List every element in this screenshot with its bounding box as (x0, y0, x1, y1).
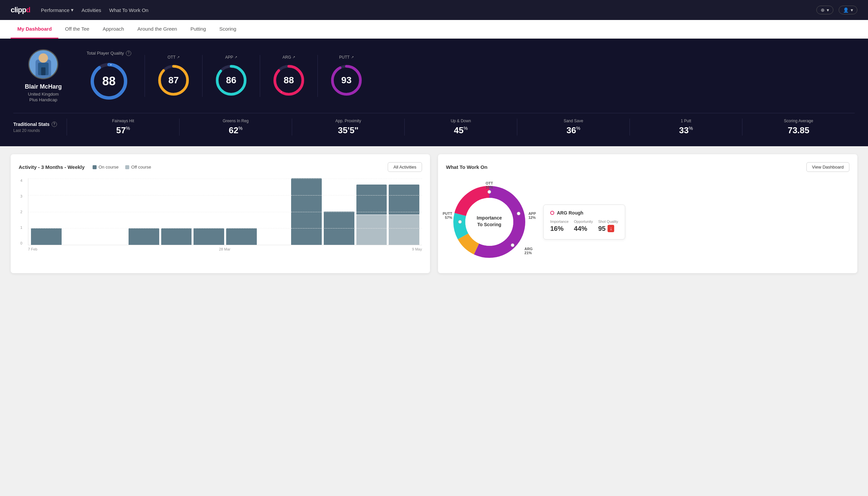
bar-group (129, 178, 159, 245)
legend-oncourse: On course (93, 165, 119, 170)
svg-point-27 (517, 212, 520, 215)
info-stats-row: Importance 16% Opportunity 44% Shot Qual… (550, 219, 618, 233)
player-handicap: Plus Handicap (29, 97, 57, 102)
app-arrow-icon: ↗ (235, 55, 237, 59)
tab-approach[interactable]: Approach (96, 20, 130, 38)
tab-off-the-tee[interactable]: Off the Tee (58, 20, 96, 38)
svg-point-28 (511, 244, 514, 247)
tab-my-dashboard[interactable]: My Dashboard (11, 20, 58, 38)
trad-help-icon[interactable]: ? (52, 122, 57, 127)
user-icon: 👤 (843, 7, 849, 13)
donut-area: Importance To Scoring OTT 10% APP 12% (446, 179, 849, 265)
chart-y-labels: 4 3 2 1 0 (20, 179, 22, 245)
bar-group (161, 178, 192, 245)
chart-x-labels: 7 Feb 28 Mar 9 May (28, 247, 422, 251)
ott-arrow-icon: ↗ (177, 55, 179, 59)
avatar (28, 49, 58, 79)
bar-group (193, 178, 224, 245)
hero-top: Blair McHarg United Kingdom Plus Handica… (13, 49, 855, 102)
putt-circle: 93 (330, 64, 363, 97)
putt-score: 93 (341, 75, 351, 86)
wtwo-header: What To Work On View Dashboard (446, 162, 849, 172)
chart-legend: On course Off course (93, 165, 151, 170)
bar-group (389, 178, 419, 245)
bar-group (291, 178, 322, 245)
user-menu-button[interactable]: 👤 ▾ (839, 6, 857, 14)
stat-1putt: 1 Putt 33% (630, 119, 742, 136)
scores-area: Total Player Quality ? 88 OTT ↗ (86, 51, 855, 101)
player-name: Blair McHarg (25, 83, 62, 90)
donut-label-arg: ARG 21% (525, 247, 533, 255)
svg-text:Importance: Importance (477, 215, 502, 220)
info-stat-shot-quality: Shot Quality 95 ↓ (598, 219, 618, 233)
nav-performance[interactable]: Performance ▾ (41, 7, 74, 13)
total-quality-label: Total Player Quality ? (86, 51, 131, 56)
hero-section: Blair McHarg United Kingdom Plus Handica… (0, 38, 868, 146)
donut-label-ott: OTT 10% (486, 181, 493, 189)
stat-proximity: App. Proximity 35'5" (292, 119, 404, 136)
svg-rect-4 (41, 67, 45, 75)
traditional-stats: Traditional Stats ? Last 20 rounds Fairw… (13, 113, 855, 136)
shot-quality-badge: ↓ (607, 225, 614, 232)
info-card: ARG Rough Importance 16% Opportunity 44%… (543, 204, 625, 239)
offcourse-dot (125, 165, 129, 169)
bar-group (357, 178, 387, 245)
add-chevron: ▾ (827, 7, 829, 13)
svg-point-26 (488, 190, 491, 193)
player-info: Blair McHarg United Kingdom Plus Handica… (13, 49, 73, 102)
help-icon[interactable]: ? (126, 51, 131, 56)
info-stat-importance: Importance 16% (550, 219, 569, 233)
stat-cols: Fairways Hit 57% Greens In Reg 62% App. … (67, 119, 855, 136)
arg-circle: 88 (272, 64, 305, 97)
nav-what-to-work-on[interactable]: What To Work On (109, 7, 148, 13)
bar-group (324, 178, 354, 245)
view-dashboard-button[interactable]: View Dashboard (806, 162, 849, 172)
total-quality-circle: 88 (89, 61, 129, 101)
tab-putting[interactable]: Putting (184, 20, 213, 38)
arg-score: 88 (283, 75, 294, 86)
bar-group (64, 178, 94, 245)
chart-bars: 4 3 2 1 0 (28, 179, 422, 245)
donut-label-putt: PUTT 57% (443, 212, 452, 219)
nav-activities[interactable]: Activities (82, 7, 101, 13)
tab-scoring[interactable]: Scoring (212, 20, 243, 38)
activity-panel-header: Activity - 3 Months - Weekly On course O… (19, 162, 422, 172)
stat-fairways: Fairways Hit 57% (67, 119, 179, 136)
app-circle: 86 (215, 64, 248, 97)
trad-label-col: Traditional Stats ? Last 20 rounds (13, 122, 67, 133)
bar-group (96, 178, 127, 245)
player-country: United Kingdom (28, 92, 59, 97)
score-ott: OTT ↗ 87 (145, 55, 202, 97)
stat-updown: Up & Down 45% (404, 119, 517, 136)
bar-group (31, 178, 62, 245)
plus-icon: ⊕ (821, 7, 825, 13)
donut-chart: Importance To Scoring OTT 10% APP 12% (446, 179, 533, 265)
svg-point-2 (38, 53, 48, 63)
info-dot-icon (550, 211, 554, 215)
legend-offcourse: Off course (125, 165, 151, 170)
oncourse-dot (93, 165, 97, 169)
ott-score: 87 (168, 75, 178, 86)
bottom-panels: Activity - 3 Months - Weekly On course O… (0, 146, 868, 281)
activity-title: Activity - 3 Months - Weekly (19, 164, 84, 170)
nav-right: ⊕ ▾ 👤 ▾ (816, 6, 857, 14)
chevron-down-icon: ▾ (71, 7, 74, 13)
svg-text:To Scoring: To Scoring (477, 222, 501, 227)
add-button[interactable]: ⊕ ▾ (816, 6, 833, 14)
chart-area: 4 3 2 1 0 (19, 179, 422, 259)
info-stat-opportunity: Opportunity 44% (574, 219, 593, 233)
total-quality: Total Player Quality ? 88 (86, 51, 145, 101)
score-app: APP ↗ 86 (202, 55, 260, 97)
logo: clippd (11, 6, 30, 14)
score-putt: PUTT ↗ 93 (317, 55, 375, 97)
activity-panel: Activity - 3 Months - Weekly On course O… (11, 154, 430, 273)
ott-circle: 87 (157, 64, 190, 97)
arg-arrow-icon: ↗ (293, 55, 295, 59)
wtwo-title: What To Work On (446, 164, 487, 170)
all-activities-button[interactable]: All Activities (388, 162, 422, 172)
tab-bar: My Dashboard Off the Tee Approach Around… (0, 20, 868, 38)
nav-links: Performance ▾ Activities What To Work On (41, 7, 806, 13)
stat-gir: Greens In Reg 62% (179, 119, 292, 136)
stat-sandsave: Sand Save 36% (517, 119, 630, 136)
tab-around-the-green[interactable]: Around the Green (130, 20, 184, 38)
